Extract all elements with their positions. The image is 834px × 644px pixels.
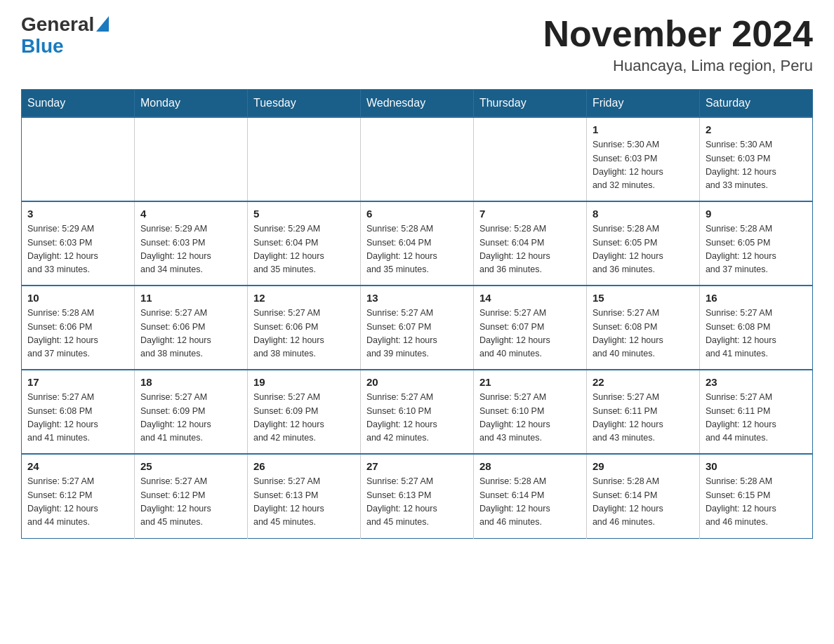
day-number: 15	[593, 292, 694, 304]
calendar-cell: 3Sunrise: 5:29 AMSunset: 6:03 PMDaylight…	[22, 201, 135, 286]
logo: General Blue	[21, 14, 109, 58]
logo-text-blue: Blue	[21, 35, 64, 57]
calendar-cell: 5Sunrise: 5:29 AMSunset: 6:04 PMDaylight…	[247, 201, 360, 286]
calendar-header: SundayMondayTuesdayWednesdayThursdayFrid…	[22, 90, 813, 118]
day-info: Sunrise: 5:28 AMSunset: 6:04 PMDaylight:…	[366, 222, 468, 277]
logo-triangle-icon	[96, 16, 109, 32]
calendar-cell: 20Sunrise: 5:27 AMSunset: 6:10 PMDayligh…	[360, 370, 473, 454]
day-number: 6	[366, 208, 468, 220]
day-number: 12	[253, 292, 355, 304]
calendar-cell: 22Sunrise: 5:27 AMSunset: 6:11 PMDayligh…	[586, 370, 699, 454]
day-number: 4	[140, 208, 241, 220]
day-info: Sunrise: 5:30 AMSunset: 6:03 PMDaylight:…	[593, 138, 694, 193]
calendar-cell: 6Sunrise: 5:28 AMSunset: 6:04 PMDaylight…	[360, 201, 473, 286]
day-number: 25	[140, 460, 241, 472]
calendar-cell: 15Sunrise: 5:27 AMSunset: 6:08 PMDayligh…	[586, 286, 699, 370]
calendar-cell: 9Sunrise: 5:28 AMSunset: 6:05 PMDaylight…	[699, 201, 812, 286]
day-number: 8	[593, 208, 694, 220]
calendar-week-row: 17Sunrise: 5:27 AMSunset: 6:08 PMDayligh…	[22, 370, 813, 454]
weekday-header-thursday: Thursday	[473, 90, 586, 118]
day-number: 14	[479, 292, 581, 304]
calendar-cell: 14Sunrise: 5:27 AMSunset: 6:07 PMDayligh…	[473, 286, 586, 370]
day-info: Sunrise: 5:29 AMSunset: 6:04 PMDaylight:…	[253, 222, 355, 277]
day-info: Sunrise: 5:27 AMSunset: 6:10 PMDaylight:…	[366, 391, 468, 445]
calendar-cell: 30Sunrise: 5:28 AMSunset: 6:15 PMDayligh…	[699, 454, 812, 538]
page-header: General Blue November 2024 Huancaya, Lim…	[21, 14, 813, 75]
day-info: Sunrise: 5:28 AMSunset: 6:06 PMDaylight:…	[27, 307, 128, 361]
svg-marker-0	[96, 16, 109, 32]
calendar-cell	[247, 117, 360, 201]
calendar-week-row: 10Sunrise: 5:28 AMSunset: 6:06 PMDayligh…	[22, 286, 813, 370]
day-number: 3	[27, 208, 128, 220]
calendar-cell	[360, 117, 473, 201]
calendar-week-row: 1Sunrise: 5:30 AMSunset: 6:03 PMDaylight…	[22, 117, 813, 201]
day-number: 28	[479, 460, 581, 472]
calendar-cell: 10Sunrise: 5:28 AMSunset: 6:06 PMDayligh…	[22, 286, 135, 370]
day-number: 11	[140, 292, 241, 304]
day-number: 2	[706, 123, 807, 135]
day-number: 26	[253, 460, 355, 472]
day-number: 24	[27, 460, 128, 472]
day-number: 22	[593, 376, 694, 388]
calendar-cell: 7Sunrise: 5:28 AMSunset: 6:04 PMDaylight…	[473, 201, 586, 286]
day-info: Sunrise: 5:28 AMSunset: 6:05 PMDaylight:…	[706, 222, 807, 277]
day-info: Sunrise: 5:27 AMSunset: 6:08 PMDaylight:…	[27, 391, 128, 445]
day-info: Sunrise: 5:29 AMSunset: 6:03 PMDaylight:…	[140, 222, 241, 277]
day-info: Sunrise: 5:27 AMSunset: 6:11 PMDaylight:…	[706, 391, 807, 445]
calendar-cell: 29Sunrise: 5:28 AMSunset: 6:14 PMDayligh…	[586, 454, 699, 538]
day-info: Sunrise: 5:27 AMSunset: 6:08 PMDaylight:…	[593, 307, 694, 361]
day-info: Sunrise: 5:28 AMSunset: 6:14 PMDaylight:…	[479, 475, 581, 530]
calendar-cell: 26Sunrise: 5:27 AMSunset: 6:13 PMDayligh…	[247, 454, 360, 538]
title-section: November 2024 Huancaya, Lima region, Per…	[543, 14, 813, 75]
day-info: Sunrise: 5:27 AMSunset: 6:12 PMDaylight:…	[27, 475, 128, 530]
day-info: Sunrise: 5:27 AMSunset: 6:08 PMDaylight:…	[706, 307, 807, 361]
weekday-header-tuesday: Tuesday	[247, 90, 360, 118]
calendar-cell	[22, 117, 135, 201]
calendar-cell: 25Sunrise: 5:27 AMSunset: 6:12 PMDayligh…	[134, 454, 247, 538]
weekday-header-monday: Monday	[134, 90, 247, 118]
calendar-table: SundayMondayTuesdayWednesdayThursdayFrid…	[21, 89, 813, 539]
day-number: 29	[593, 460, 694, 472]
calendar-cell: 16Sunrise: 5:27 AMSunset: 6:08 PMDayligh…	[699, 286, 812, 370]
calendar-cell: 2Sunrise: 5:30 AMSunset: 6:03 PMDaylight…	[699, 117, 812, 201]
day-number: 30	[706, 460, 807, 472]
day-info: Sunrise: 5:30 AMSunset: 6:03 PMDaylight:…	[706, 138, 807, 193]
day-number: 16	[706, 292, 807, 304]
location-subtitle: Huancaya, Lima region, Peru	[543, 57, 813, 75]
day-number: 19	[253, 376, 355, 388]
day-number: 17	[27, 376, 128, 388]
day-number: 5	[253, 208, 355, 220]
day-info: Sunrise: 5:27 AMSunset: 6:10 PMDaylight:…	[479, 391, 581, 445]
calendar-cell: 12Sunrise: 5:27 AMSunset: 6:06 PMDayligh…	[247, 286, 360, 370]
day-number: 27	[366, 460, 468, 472]
day-info: Sunrise: 5:28 AMSunset: 6:15 PMDaylight:…	[706, 475, 807, 530]
day-number: 21	[479, 376, 581, 388]
day-info: Sunrise: 5:27 AMSunset: 6:13 PMDaylight:…	[253, 475, 355, 530]
weekday-header-row: SundayMondayTuesdayWednesdayThursdayFrid…	[22, 90, 813, 118]
day-number: 1	[593, 123, 694, 135]
calendar-cell: 19Sunrise: 5:27 AMSunset: 6:09 PMDayligh…	[247, 370, 360, 454]
weekday-header-saturday: Saturday	[699, 90, 812, 118]
calendar-week-row: 3Sunrise: 5:29 AMSunset: 6:03 PMDaylight…	[22, 201, 813, 286]
day-info: Sunrise: 5:27 AMSunset: 6:07 PMDaylight:…	[366, 307, 468, 361]
calendar-cell: 1Sunrise: 5:30 AMSunset: 6:03 PMDaylight…	[586, 117, 699, 201]
calendar-body: 1Sunrise: 5:30 AMSunset: 6:03 PMDaylight…	[22, 117, 813, 538]
day-info: Sunrise: 5:27 AMSunset: 6:09 PMDaylight:…	[253, 391, 355, 445]
day-info: Sunrise: 5:27 AMSunset: 6:12 PMDaylight:…	[140, 475, 241, 530]
calendar-cell: 13Sunrise: 5:27 AMSunset: 6:07 PMDayligh…	[360, 286, 473, 370]
day-info: Sunrise: 5:27 AMSunset: 6:06 PMDaylight:…	[253, 307, 355, 361]
day-number: 13	[366, 292, 468, 304]
month-title: November 2024	[543, 14, 813, 54]
calendar-cell: 27Sunrise: 5:27 AMSunset: 6:13 PMDayligh…	[360, 454, 473, 538]
day-number: 20	[366, 376, 468, 388]
day-info: Sunrise: 5:27 AMSunset: 6:09 PMDaylight:…	[140, 391, 241, 445]
day-info: Sunrise: 5:27 AMSunset: 6:13 PMDaylight:…	[366, 475, 468, 530]
day-info: Sunrise: 5:29 AMSunset: 6:03 PMDaylight:…	[27, 222, 128, 277]
day-number: 10	[27, 292, 128, 304]
day-info: Sunrise: 5:27 AMSunset: 6:07 PMDaylight:…	[479, 307, 581, 361]
calendar-cell: 24Sunrise: 5:27 AMSunset: 6:12 PMDayligh…	[22, 454, 135, 538]
day-number: 18	[140, 376, 241, 388]
day-number: 7	[479, 208, 581, 220]
day-number: 9	[706, 208, 807, 220]
calendar-cell: 23Sunrise: 5:27 AMSunset: 6:11 PMDayligh…	[699, 370, 812, 454]
